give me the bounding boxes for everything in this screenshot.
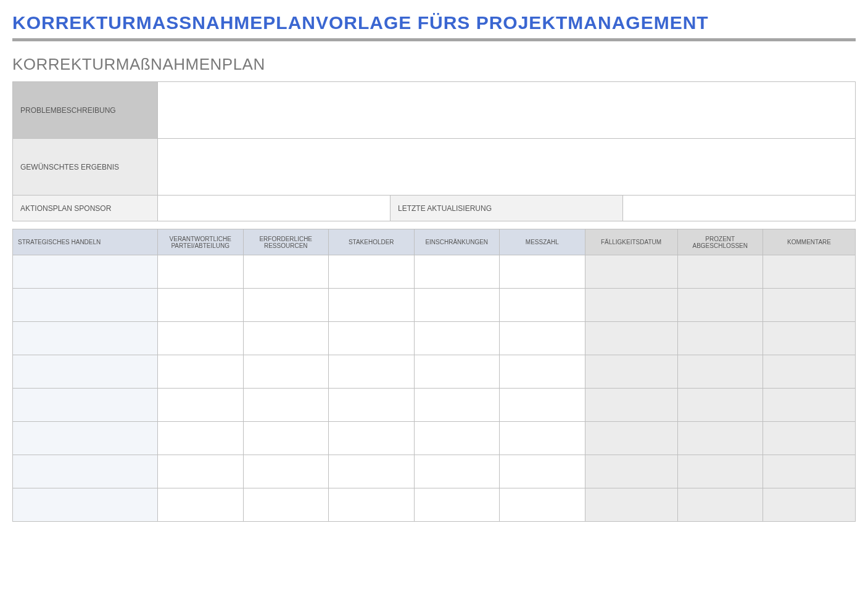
updated-label: LETZTE AKTUALISIERUNG xyxy=(391,196,623,221)
cell-metric[interactable] xyxy=(500,488,585,522)
cell-due[interactable] xyxy=(585,289,677,322)
cell-comments[interactable] xyxy=(763,422,856,455)
cell-resources[interactable] xyxy=(243,255,329,289)
cell-constraints[interactable] xyxy=(414,488,500,522)
sponsor-label: AKTIONSPLAN SPONSOR xyxy=(13,196,158,221)
col-comments: KOMMENTARE xyxy=(763,229,856,255)
summary-row-sponsor: AKTIONSPLAN SPONSOR LETZTE AKTUALISIERUN… xyxy=(13,196,856,221)
cell-comments[interactable] xyxy=(763,255,856,289)
cell-responsible[interactable] xyxy=(158,322,244,355)
cell-due[interactable] xyxy=(585,389,677,422)
cell-responsible[interactable] xyxy=(158,422,244,455)
col-percent: PROZENT ABGESCHLOSSEN xyxy=(677,229,763,255)
col-responsible: VERANTWORTLICHE PARTEI/ABTEILUNG xyxy=(158,229,244,255)
table-row xyxy=(13,455,856,488)
cell-resources[interactable] xyxy=(243,389,329,422)
col-resources: ERFORDERLICHE RESSOURCEN xyxy=(243,229,329,255)
table-row xyxy=(13,422,856,455)
cell-comments[interactable] xyxy=(763,289,856,322)
cell-resources[interactable] xyxy=(243,322,329,355)
cell-strategic[interactable] xyxy=(13,488,158,522)
cell-resources[interactable] xyxy=(243,355,329,389)
cell-strategic[interactable] xyxy=(13,255,158,289)
cell-due[interactable] xyxy=(585,488,677,522)
cell-percent[interactable] xyxy=(677,455,763,488)
cell-metric[interactable] xyxy=(500,255,585,289)
cell-percent[interactable] xyxy=(677,255,763,289)
summary-table: PROBLEMBESCHREIBUNG GEWÜNSCHTES ERGEBNIS… xyxy=(12,81,856,221)
cell-due[interactable] xyxy=(585,322,677,355)
cell-percent[interactable] xyxy=(677,488,763,522)
cell-due[interactable] xyxy=(585,455,677,488)
cell-strategic[interactable] xyxy=(13,322,158,355)
cell-metric[interactable] xyxy=(500,422,585,455)
cell-stakeholder[interactable] xyxy=(329,389,415,422)
action-table: STRATEGISCHES HANDELN VERANTWORTLICHE PA… xyxy=(12,229,856,522)
table-row xyxy=(13,255,856,289)
cell-metric[interactable] xyxy=(500,355,585,389)
cell-constraints[interactable] xyxy=(414,289,500,322)
sponsor-value[interactable] xyxy=(158,196,391,221)
cell-percent[interactable] xyxy=(677,322,763,355)
cell-metric[interactable] xyxy=(500,289,585,322)
cell-responsible[interactable] xyxy=(158,289,244,322)
problem-value[interactable] xyxy=(158,82,856,139)
cell-constraints[interactable] xyxy=(414,389,500,422)
cell-percent[interactable] xyxy=(677,389,763,422)
cell-percent[interactable] xyxy=(677,422,763,455)
summary-row-problem: PROBLEMBESCHREIBUNG xyxy=(13,82,856,139)
cell-stakeholder[interactable] xyxy=(329,355,415,389)
cell-constraints[interactable] xyxy=(414,455,500,488)
cell-stakeholder[interactable] xyxy=(329,422,415,455)
cell-responsible[interactable] xyxy=(158,255,244,289)
title-divider xyxy=(12,38,856,41)
cell-comments[interactable] xyxy=(763,355,856,389)
cell-strategic[interactable] xyxy=(13,389,158,422)
cell-resources[interactable] xyxy=(243,422,329,455)
cell-constraints[interactable] xyxy=(414,255,500,289)
cell-constraints[interactable] xyxy=(414,422,500,455)
cell-metric[interactable] xyxy=(500,322,585,355)
cell-responsible[interactable] xyxy=(158,455,244,488)
cell-strategic[interactable] xyxy=(13,289,158,322)
cell-resources[interactable] xyxy=(243,289,329,322)
action-header-row: STRATEGISCHES HANDELN VERANTWORTLICHE PA… xyxy=(13,229,856,255)
cell-responsible[interactable] xyxy=(158,355,244,389)
cell-comments[interactable] xyxy=(763,322,856,355)
cell-percent[interactable] xyxy=(677,289,763,322)
cell-stakeholder[interactable] xyxy=(329,322,415,355)
cell-percent[interactable] xyxy=(677,355,763,389)
section-title: KORREKTURMAßNAHMENPLAN xyxy=(12,55,856,74)
cell-metric[interactable] xyxy=(500,389,585,422)
summary-row-outcome: GEWÜNSCHTES ERGEBNIS xyxy=(13,139,856,196)
table-row xyxy=(13,488,856,522)
cell-strategic[interactable] xyxy=(13,422,158,455)
cell-due[interactable] xyxy=(585,255,677,289)
outcome-label: GEWÜNSCHTES ERGEBNIS xyxy=(13,139,158,196)
cell-strategic[interactable] xyxy=(13,455,158,488)
cell-resources[interactable] xyxy=(243,455,329,488)
col-constraints: EINSCHRÄNKUNGEN xyxy=(414,229,500,255)
cell-stakeholder[interactable] xyxy=(329,289,415,322)
cell-constraints[interactable] xyxy=(414,322,500,355)
outcome-value[interactable] xyxy=(158,139,856,196)
table-row xyxy=(13,289,856,322)
col-stakeholder: STAKEHOLDER xyxy=(329,229,415,255)
cell-responsible[interactable] xyxy=(158,488,244,522)
cell-metric[interactable] xyxy=(500,455,585,488)
cell-stakeholder[interactable] xyxy=(329,455,415,488)
cell-strategic[interactable] xyxy=(13,355,158,389)
problem-label: PROBLEMBESCHREIBUNG xyxy=(13,82,158,139)
cell-stakeholder[interactable] xyxy=(329,488,415,522)
cell-resources[interactable] xyxy=(243,488,329,522)
table-row xyxy=(13,355,856,389)
cell-stakeholder[interactable] xyxy=(329,255,415,289)
cell-responsible[interactable] xyxy=(158,389,244,422)
cell-due[interactable] xyxy=(585,355,677,389)
cell-comments[interactable] xyxy=(763,389,856,422)
updated-value[interactable] xyxy=(623,196,856,221)
cell-constraints[interactable] xyxy=(414,355,500,389)
cell-comments[interactable] xyxy=(763,455,856,488)
cell-comments[interactable] xyxy=(763,488,856,522)
cell-due[interactable] xyxy=(585,422,677,455)
